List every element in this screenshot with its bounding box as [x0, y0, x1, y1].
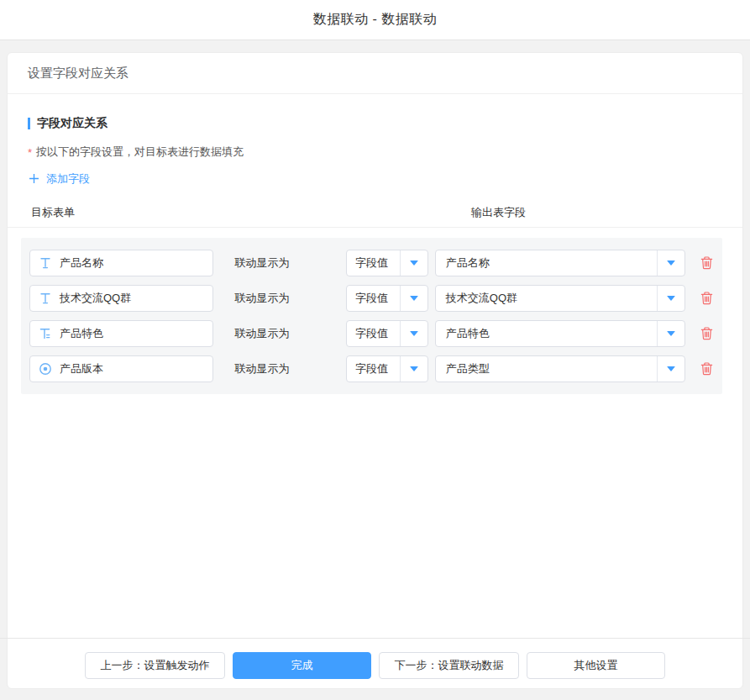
- other-settings-button[interactable]: 其他设置: [527, 652, 665, 679]
- column-headers: 目标表单 输出表字段: [28, 205, 722, 220]
- target-field-value: 产品版本: [60, 361, 103, 376]
- finish-button[interactable]: 完成: [233, 652, 371, 679]
- add-field-label: 添加字段: [46, 171, 90, 187]
- column-target-form: 目标表单: [31, 205, 75, 220]
- delete-row-icon[interactable]: [700, 326, 714, 341]
- radio-icon: [39, 362, 52, 376]
- text-input-icon: [39, 256, 52, 270]
- add-field-button[interactable]: 添加字段: [28, 171, 90, 187]
- output-field-value: 技术交流QQ群: [436, 286, 657, 311]
- display-mode-select[interactable]: 字段值: [346, 320, 428, 347]
- output-field-select[interactable]: 产品特色: [435, 320, 685, 347]
- plus-icon: [28, 172, 41, 186]
- section-title-row: 字段对应关系: [28, 116, 722, 131]
- display-as-label: 联动显示为: [234, 326, 346, 341]
- display-mode-value: 字段值: [347, 286, 400, 311]
- target-field-input[interactable]: 产品特色: [29, 320, 213, 347]
- output-field-value: 产品特色: [436, 321, 657, 346]
- note-text: 按以下的字段设置，对目标表进行数据填充: [36, 145, 244, 160]
- column-output-field: 输出表字段: [471, 205, 526, 220]
- section-accent-bar: [28, 118, 30, 129]
- display-as-label: 联动显示为: [234, 255, 346, 271]
- target-field-input[interactable]: 产品名称: [29, 250, 213, 276]
- display-as-label: 联动显示为: [234, 291, 346, 306]
- output-field-select[interactable]: 产品类型: [435, 355, 685, 382]
- chevron-down-icon: [667, 331, 675, 336]
- chevron-down-icon: [667, 296, 675, 301]
- target-field-input[interactable]: 技术交流QQ群: [29, 285, 213, 312]
- note-row: * 按以下的字段设置，对目标表进行数据填充: [28, 145, 722, 160]
- target-field-input[interactable]: 产品版本: [29, 355, 213, 382]
- chevron-down-icon: [410, 296, 418, 301]
- output-field-value: 产品类型: [436, 356, 657, 382]
- chevron-down-icon: [410, 261, 418, 266]
- field-mapping-row: 技术交流QQ群 联动显示为 字段值 技术交流QQ群: [29, 285, 714, 312]
- textarea-icon: [39, 327, 52, 340]
- display-mode-select[interactable]: 字段值: [346, 355, 428, 382]
- display-mode-select[interactable]: 字段值: [346, 285, 428, 312]
- field-mapping-card: 设置字段对应关系 字段对应关系 * 按以下的字段设置，对目标表进行数据填充 添加…: [7, 52, 743, 689]
- chevron-down-icon: [667, 261, 675, 266]
- delete-row-icon[interactable]: [700, 361, 714, 376]
- display-mode-select[interactable]: 字段值: [346, 250, 428, 276]
- display-as-label: 联动显示为: [234, 361, 346, 376]
- output-field-select[interactable]: 产品名称: [435, 250, 685, 276]
- field-mapping-row: 产品名称 联动显示为 字段值 产品名称: [29, 250, 714, 276]
- target-field-value: 产品名称: [60, 255, 103, 271]
- card-header-title: 设置字段对应关系: [28, 66, 128, 82]
- text-input-icon: [39, 292, 52, 305]
- display-mode-value: 字段值: [347, 250, 400, 276]
- display-mode-value: 字段值: [347, 321, 400, 346]
- header-divider: [8, 227, 742, 228]
- field-mapping-list: 产品名称 联动显示为 字段值 产品名称 技术交流QQ群 联动显示为 字段值: [21, 238, 722, 394]
- page-title: 数据联动 - 数据联动: [313, 11, 438, 29]
- output-field-select[interactable]: 技术交流QQ群: [435, 285, 685, 312]
- field-mapping-row: 产品版本 联动显示为 字段值 产品类型: [29, 355, 714, 382]
- chevron-down-icon: [410, 331, 418, 336]
- prev-step-button[interactable]: 上一步：设置触发动作: [85, 652, 225, 679]
- delete-row-icon[interactable]: [700, 291, 714, 306]
- delete-row-icon[interactable]: [700, 255, 714, 271]
- card-header: 设置字段对应关系: [8, 53, 742, 94]
- section-title: 字段对应关系: [37, 116, 108, 131]
- chevron-down-icon: [667, 366, 675, 371]
- target-field-value: 产品特色: [60, 326, 103, 341]
- required-asterisk: *: [28, 146, 32, 159]
- chevron-down-icon: [410, 366, 418, 371]
- field-mapping-row: 产品特色 联动显示为 字段值 产品特色: [29, 320, 714, 347]
- footer-actions: 上一步：设置触发动作 完成 下一步：设置联动数据 其他设置: [8, 652, 742, 679]
- target-field-value: 技术交流QQ群: [60, 291, 131, 306]
- footer-divider: [0, 638, 750, 639]
- output-field-value: 产品名称: [436, 250, 657, 276]
- page-header: 数据联动 - 数据联动: [0, 0, 750, 40]
- next-step-button[interactable]: 下一步：设置联动数据: [379, 652, 519, 679]
- display-mode-value: 字段值: [347, 356, 400, 382]
